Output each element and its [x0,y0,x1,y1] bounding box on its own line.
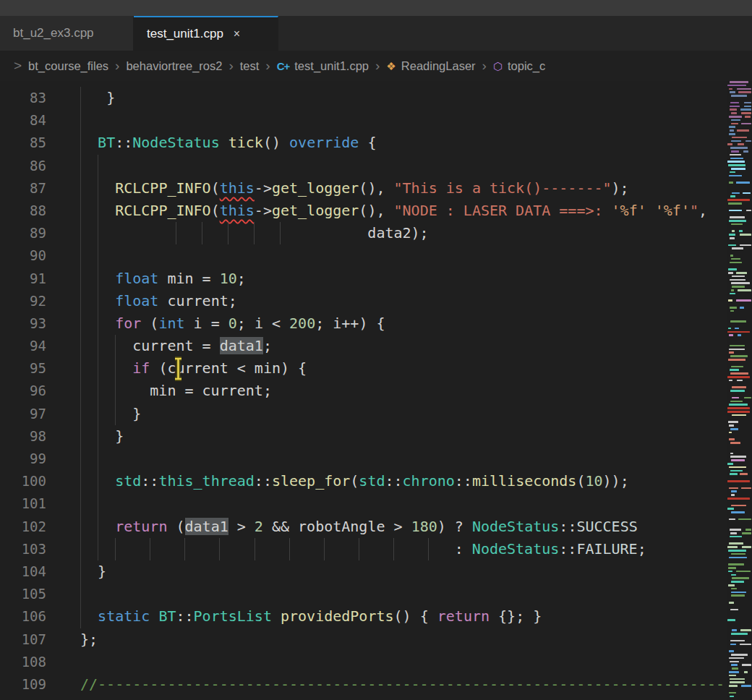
line-number: 107 [0,628,46,651]
code-line: 91 float min = 10; [0,268,752,290]
code-line: 94 current = data1; [0,335,752,357]
code-line: 104 } [0,560,752,583]
code-line: 100 std::this_thread::sleep_for(std::chr… [0,470,752,492]
code-text: //--------------------------------------… [80,673,752,696]
line-number: 83 [0,87,46,109]
code-line: 109//-----------------------------------… [0,673,752,696]
line-number: 93 [0,312,46,335]
code-text: } [80,87,115,109]
line-number: 85 [0,132,46,154]
indent-guide [115,335,116,425]
code-line: 96 min = current; [0,380,752,402]
code-text: } [80,425,124,448]
code-line: 89 data2); [0,222,752,244]
line-number: 106 [0,605,46,628]
editor-tab-bar: bt_u2_ex3.cpptest_unit1.cpp× [0,16,752,51]
line-number: 84 [0,109,46,132]
breadcrumb: >bt_course_files›behaviortree_ros2›test›… [0,51,752,81]
breadcrumb-item-test_unit1.cpp[interactable]: C+test_unit1.cpp [277,59,369,73]
line-number: 102 [0,516,46,538]
indent-guide-bars [115,538,428,560]
code-lines: 83 }8485 BT::NodeStatus tick() override … [0,87,752,696]
minimap[interactable] [727,81,752,700]
code-text: } [80,560,106,583]
code-line: 88 RCLCPP_INFO(this->get_logger(), "NODE… [0,200,752,222]
code-line: 106 static BT::PortsList providedPorts()… [0,605,752,628]
line-number: 94 [0,335,46,357]
code-editor[interactable]: 83 }8485 BT::NodeStatus tick() override … [0,81,752,700]
indent-guide-bars [176,222,280,244]
line-number: 109 [0,673,46,696]
breadcrumb-item-test[interactable]: test [240,59,260,73]
line-number: 89 [0,222,46,244]
line-number: 98 [0,425,46,448]
code-text: RCLCPP_INFO(this->get_logger(), "This is… [80,177,629,200]
line-number: 88 [0,200,46,222]
line-number: 99 [0,448,46,470]
breadcrumb-chevron-icon: › [375,58,380,74]
tab-test_unit1.cpp[interactable]: test_unit1.cpp× [134,16,278,51]
breadcrumb-item-behaviortree_ros2[interactable]: behaviortree_ros2 [126,59,222,73]
line-number: 91 [0,268,46,290]
tab-label: bt_u2_ex3.cpp [13,26,94,40]
code-line: 90 [0,244,752,267]
code-line: 98 } [0,425,752,448]
breadcrumb-label: topic_c [508,59,545,72]
code-text: } [80,403,141,425]
code-text: RCLCPP_INFO(this->get_logger(), "NODE : … [80,200,707,222]
vscode-window: bt_u2_ex3.cpptest_unit1.cpp× >bt_course_… [0,0,752,700]
breadcrumb-lead-chevron-icon: > [14,58,22,74]
code-text: current = data1; [80,335,272,357]
code-text: std::this_thread::sleep_for(std::chrono:… [80,470,629,492]
code-text: float current; [80,290,237,312]
breadcrumb-chevron-icon: › [228,58,233,74]
code-line: 87 RCLCPP_INFO(this->get_logger(), "This… [0,177,752,200]
code-line: 97 } [0,403,752,425]
code-line: 99 [0,448,752,470]
code-text: static BT::PortsList providedPorts() { r… [80,605,542,628]
code-text: }; [80,628,98,651]
code-text: for (int i = 0; i < 200; i++) { [80,312,385,335]
code-text: data2); [80,222,429,244]
title-bar [0,0,752,16]
code-line: 92 float current; [0,290,752,312]
breadcrumb-chevron-icon: › [482,58,487,74]
code-text: float min = 10; [80,268,246,290]
code-line: 95 if (current < min) { [0,357,752,380]
code-text: min = current; [80,380,272,402]
code-text: if (current < min) { [80,357,307,380]
line-number: 92 [0,290,46,312]
breadcrumb-label: behaviortree_ros2 [126,59,222,72]
code-line: 93 for (int i = 0; i < 200; i++) { [0,312,752,335]
line-number: 108 [0,651,46,673]
breadcrumb-label: bt_course_files [28,59,108,72]
breadcrumb-item-topic_c[interactable]: ⬡topic_c [493,59,545,73]
code-text: return (data1 > 2 && robotAngle > 180) ?… [80,516,638,538]
code-line: 83 } [0,87,752,109]
cpp-icon: C+ [277,60,290,72]
symbol-icon: ⬡ [493,60,503,72]
line-number: 100 [0,470,46,492]
tab-close-icon[interactable]: × [234,28,240,40]
breadcrumb-item-bt_course_files[interactable]: bt_course_files [28,59,108,73]
code-line: 101 [0,492,752,515]
code-line: 85 BT::NodeStatus tick() override { [0,132,752,154]
line-number: 97 [0,403,46,425]
indent-guide [80,87,81,628]
line-number: 95 [0,357,46,380]
line-number: 103 [0,538,46,560]
breadcrumb-label: ReadingLaser [401,59,476,72]
code-line: 86 [0,155,752,177]
code-line: 107}; [0,628,752,651]
code-line: 103 : NodeStatus::FAILURE; [0,538,752,560]
tab-bt_u2_ex3.cpp[interactable]: bt_u2_ex3.cpp [0,16,134,51]
line-number: 105 [0,583,46,605]
class-icon: ❖ [386,60,396,72]
breadcrumb-label: test_unit1.cpp [294,59,369,72]
line-number: 96 [0,380,46,402]
code-line: 102 return (data1 > 2 && robotAngle > 18… [0,516,752,538]
breadcrumb-label: test [240,59,260,72]
code-line: 105 [0,583,752,605]
code-line: 84 [0,109,752,132]
breadcrumb-item-ReadingLaser[interactable]: ❖ReadingLaser [386,59,475,73]
